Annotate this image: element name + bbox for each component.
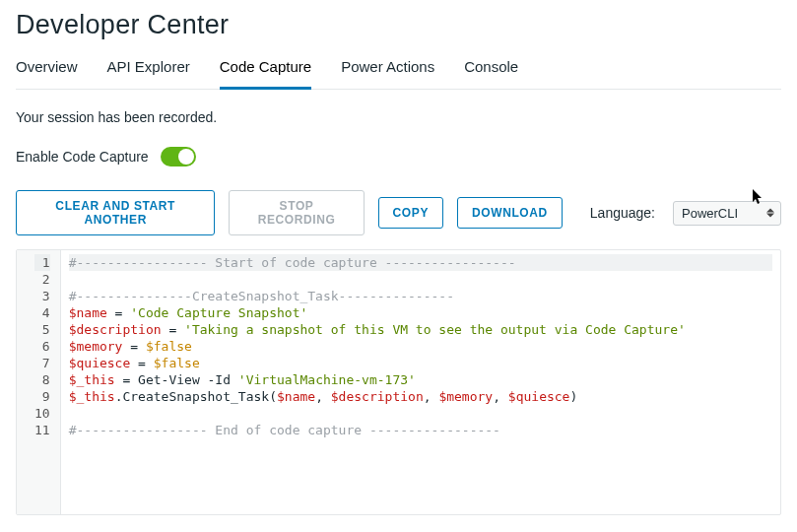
- line-gutter: 1234567891011: [17, 250, 61, 514]
- line-number: 9: [34, 388, 50, 405]
- line-number: 8: [34, 371, 50, 388]
- code-body[interactable]: #----------------- Start of code capture…: [61, 250, 780, 514]
- language-selected-value: PowerCLI: [682, 206, 738, 221]
- tab-code-capture[interactable]: Code Capture: [220, 58, 311, 90]
- code-line[interactable]: $name = 'Code Capture Snapshot': [69, 304, 772, 321]
- enable-code-capture-label: Enable Code Capture: [16, 149, 149, 165]
- code-line[interactable]: $quiesce = $false: [69, 355, 772, 371]
- code-line[interactable]: [69, 271, 772, 288]
- status-message: Your session has been recorded.: [16, 109, 781, 125]
- enable-code-capture-toggle[interactable]: [161, 147, 196, 166]
- select-stepper-icon: [766, 209, 774, 218]
- tab-power-actions[interactable]: Power Actions: [341, 58, 434, 90]
- code-line[interactable]: $_this.CreateSnapshot_Task($name, $descr…: [69, 388, 772, 405]
- action-bar: CLEAR AND START ANOTHER STOP RECORDING C…: [16, 190, 781, 235]
- tab-api-explorer[interactable]: API Explorer: [107, 58, 190, 90]
- code-line[interactable]: $memory = $false: [69, 338, 772, 355]
- copy-button[interactable]: COPY: [378, 197, 443, 229]
- code-line[interactable]: #----------------- End of code capture -…: [69, 422, 772, 438]
- clear-and-start-another-button[interactable]: CLEAR AND START ANOTHER: [16, 190, 215, 235]
- line-number: 4: [34, 304, 50, 321]
- code-line[interactable]: #---------------CreateSnapshot_Task-----…: [69, 288, 772, 304]
- line-number: 5: [34, 321, 50, 338]
- line-number: 3: [34, 288, 50, 304]
- code-line[interactable]: $description = 'Taking a snapshot of thi…: [69, 321, 772, 338]
- line-number: 2: [34, 271, 50, 288]
- toggle-knob: [178, 149, 194, 165]
- tab-console[interactable]: Console: [464, 58, 518, 90]
- enable-code-capture-row: Enable Code Capture: [16, 147, 781, 166]
- line-number: 6: [34, 338, 50, 355]
- line-number: 7: [34, 355, 50, 371]
- code-line[interactable]: [69, 405, 772, 422]
- tab-bar: OverviewAPI ExplorerCode CapturePower Ac…: [16, 58, 781, 90]
- line-number: 1: [34, 254, 50, 271]
- line-number: 10: [34, 405, 50, 422]
- stop-recording-button: STOP RECORDING: [229, 190, 364, 235]
- line-number: 11: [34, 422, 50, 438]
- code-line[interactable]: #----------------- Start of code capture…: [69, 254, 772, 271]
- language-select[interactable]: PowerCLI: [673, 201, 781, 226]
- language-label: Language:: [590, 205, 655, 221]
- download-button[interactable]: DOWNLOAD: [457, 197, 563, 229]
- tab-overview[interactable]: Overview: [16, 58, 78, 90]
- code-line[interactable]: $_this = Get-View -Id 'VirtualMachine-vm…: [69, 371, 772, 388]
- code-editor[interactable]: 1234567891011 #----------------- Start o…: [16, 249, 781, 515]
- page-title: Developer Center: [16, 10, 781, 40]
